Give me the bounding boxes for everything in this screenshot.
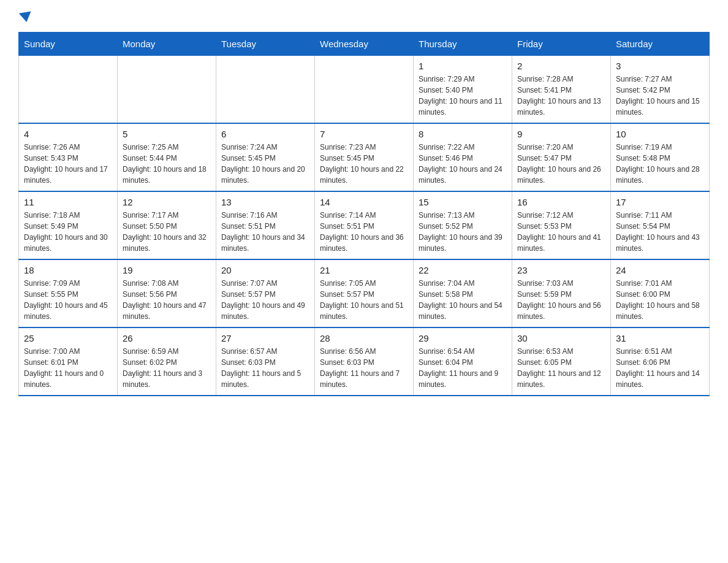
calendar-cell: 20Sunrise: 7:07 AM Sunset: 5:57 PM Dayli… — [216, 259, 315, 327]
calendar-cell — [118, 56, 216, 124]
day-number: 17 — [616, 197, 704, 207]
calendar-week-row: 11Sunrise: 7:18 AM Sunset: 5:49 PM Dayli… — [19, 191, 710, 259]
page-header — [18, 12, 710, 20]
day-info: Sunrise: 7:00 AM Sunset: 6:01 PM Dayligh… — [24, 346, 112, 390]
calendar-cell: 16Sunrise: 7:12 AM Sunset: 5:53 PM Dayli… — [512, 191, 611, 259]
calendar-cell: 8Sunrise: 7:22 AM Sunset: 5:46 PM Daylig… — [414, 123, 512, 191]
calendar-cell: 31Sunrise: 6:51 AM Sunset: 6:06 PM Dayli… — [611, 327, 710, 396]
day-info: Sunrise: 7:28 AM Sunset: 5:41 PM Dayligh… — [517, 74, 605, 118]
calendar-week-row: 1Sunrise: 7:29 AM Sunset: 5:40 PM Daylig… — [19, 56, 710, 124]
col-header-monday: Monday — [118, 33, 216, 56]
day-number: 7 — [320, 129, 408, 139]
calendar-cell: 29Sunrise: 6:54 AM Sunset: 6:04 PM Dayli… — [414, 327, 512, 396]
day-info: Sunrise: 6:54 AM Sunset: 6:04 PM Dayligh… — [419, 346, 507, 390]
calendar-cell: 30Sunrise: 6:53 AM Sunset: 6:05 PM Dayli… — [512, 327, 611, 396]
day-info: Sunrise: 7:24 AM Sunset: 5:45 PM Dayligh… — [221, 142, 309, 186]
day-info: Sunrise: 7:03 AM Sunset: 5:59 PM Dayligh… — [517, 278, 605, 322]
day-number: 13 — [221, 197, 309, 207]
col-header-tuesday: Tuesday — [216, 33, 315, 56]
calendar-cell: 3Sunrise: 7:27 AM Sunset: 5:42 PM Daylig… — [611, 56, 710, 124]
day-info: Sunrise: 6:57 AM Sunset: 6:03 PM Dayligh… — [221, 346, 309, 390]
day-number: 9 — [517, 129, 605, 139]
day-info: Sunrise: 7:16 AM Sunset: 5:51 PM Dayligh… — [221, 210, 309, 254]
logo-text — [18, 12, 33, 22]
calendar-cell: 26Sunrise: 6:59 AM Sunset: 6:02 PM Dayli… — [118, 327, 216, 396]
day-info: Sunrise: 6:59 AM Sunset: 6:02 PM Dayligh… — [123, 346, 211, 390]
calendar-cell: 15Sunrise: 7:13 AM Sunset: 5:52 PM Dayli… — [414, 191, 512, 259]
calendar-cell: 14Sunrise: 7:14 AM Sunset: 5:51 PM Dayli… — [315, 191, 414, 259]
day-number: 14 — [320, 197, 408, 207]
calendar-cell: 21Sunrise: 7:05 AM Sunset: 5:57 PM Dayli… — [315, 259, 414, 327]
calendar-cell — [315, 56, 414, 124]
logo — [18, 12, 33, 20]
day-number: 23 — [517, 265, 605, 275]
calendar-cell: 17Sunrise: 7:11 AM Sunset: 5:54 PM Dayli… — [611, 191, 710, 259]
day-number: 8 — [419, 129, 507, 139]
calendar-cell: 23Sunrise: 7:03 AM Sunset: 5:59 PM Dayli… — [512, 259, 611, 327]
day-info: Sunrise: 7:23 AM Sunset: 5:45 PM Dayligh… — [320, 142, 408, 186]
day-number: 20 — [221, 265, 309, 275]
day-number: 24 — [616, 265, 704, 275]
calendar-cell: 27Sunrise: 6:57 AM Sunset: 6:03 PM Dayli… — [216, 327, 315, 396]
day-number: 30 — [517, 333, 605, 343]
day-number: 12 — [123, 197, 211, 207]
calendar-cell: 25Sunrise: 7:00 AM Sunset: 6:01 PM Dayli… — [19, 327, 118, 396]
calendar-cell: 22Sunrise: 7:04 AM Sunset: 5:58 PM Dayli… — [414, 259, 512, 327]
col-header-sunday: Sunday — [19, 33, 118, 56]
calendar-header-row: SundayMondayTuesdayWednesdayThursdayFrid… — [19, 33, 710, 56]
day-number: 29 — [419, 333, 507, 343]
day-number: 18 — [24, 265, 112, 275]
day-info: Sunrise: 7:25 AM Sunset: 5:44 PM Dayligh… — [123, 142, 211, 186]
calendar-table: SundayMondayTuesdayWednesdayThursdayFrid… — [18, 32, 710, 396]
day-info: Sunrise: 7:20 AM Sunset: 5:47 PM Dayligh… — [517, 142, 605, 186]
day-info: Sunrise: 7:22 AM Sunset: 5:46 PM Dayligh… — [419, 142, 507, 186]
day-info: Sunrise: 7:07 AM Sunset: 5:57 PM Dayligh… — [221, 278, 309, 322]
day-number: 2 — [517, 61, 605, 71]
day-number: 15 — [419, 197, 507, 207]
col-header-wednesday: Wednesday — [315, 33, 414, 56]
day-number: 6 — [221, 129, 309, 139]
day-info: Sunrise: 7:01 AM Sunset: 6:00 PM Dayligh… — [616, 278, 704, 322]
day-number: 1 — [419, 61, 507, 71]
day-number: 25 — [24, 333, 112, 343]
day-number: 4 — [24, 129, 112, 139]
day-info: Sunrise: 7:11 AM Sunset: 5:54 PM Dayligh… — [616, 210, 704, 254]
day-info: Sunrise: 7:08 AM Sunset: 5:56 PM Dayligh… — [123, 278, 211, 322]
calendar-cell: 4Sunrise: 7:26 AM Sunset: 5:43 PM Daylig… — [19, 123, 118, 191]
day-info: Sunrise: 6:51 AM Sunset: 6:06 PM Dayligh… — [616, 346, 704, 390]
day-info: Sunrise: 6:56 AM Sunset: 6:03 PM Dayligh… — [320, 346, 408, 390]
calendar-cell: 2Sunrise: 7:28 AM Sunset: 5:41 PM Daylig… — [512, 56, 611, 124]
calendar-cell: 24Sunrise: 7:01 AM Sunset: 6:00 PM Dayli… — [611, 259, 710, 327]
day-info: Sunrise: 7:09 AM Sunset: 5:55 PM Dayligh… — [24, 278, 112, 322]
calendar-cell: 6Sunrise: 7:24 AM Sunset: 5:45 PM Daylig… — [216, 123, 315, 191]
day-number: 16 — [517, 197, 605, 207]
day-number: 10 — [616, 129, 704, 139]
day-number: 28 — [320, 333, 408, 343]
day-number: 11 — [24, 197, 112, 207]
day-info: Sunrise: 7:19 AM Sunset: 5:48 PM Dayligh… — [616, 142, 704, 186]
calendar-cell: 5Sunrise: 7:25 AM Sunset: 5:44 PM Daylig… — [118, 123, 216, 191]
day-info: Sunrise: 6:53 AM Sunset: 6:05 PM Dayligh… — [517, 346, 605, 390]
calendar-cell: 9Sunrise: 7:20 AM Sunset: 5:47 PM Daylig… — [512, 123, 611, 191]
day-info: Sunrise: 7:12 AM Sunset: 5:53 PM Dayligh… — [517, 210, 605, 254]
calendar-cell: 7Sunrise: 7:23 AM Sunset: 5:45 PM Daylig… — [315, 123, 414, 191]
calendar-cell — [216, 56, 315, 124]
calendar-cell: 28Sunrise: 6:56 AM Sunset: 6:03 PM Dayli… — [315, 327, 414, 396]
day-number: 5 — [123, 129, 211, 139]
day-number: 31 — [616, 333, 704, 343]
calendar-cell: 1Sunrise: 7:29 AM Sunset: 5:40 PM Daylig… — [414, 56, 512, 124]
day-number: 22 — [419, 265, 507, 275]
day-info: Sunrise: 7:27 AM Sunset: 5:42 PM Dayligh… — [616, 74, 704, 118]
col-header-saturday: Saturday — [611, 33, 710, 56]
day-info: Sunrise: 7:05 AM Sunset: 5:57 PM Dayligh… — [320, 278, 408, 322]
logo-triangle-icon — [19, 11, 32, 23]
day-info: Sunrise: 7:17 AM Sunset: 5:50 PM Dayligh… — [123, 210, 211, 254]
day-number: 3 — [616, 61, 704, 71]
day-info: Sunrise: 7:04 AM Sunset: 5:58 PM Dayligh… — [419, 278, 507, 322]
day-info: Sunrise: 7:18 AM Sunset: 5:49 PM Dayligh… — [24, 210, 112, 254]
calendar-cell: 18Sunrise: 7:09 AM Sunset: 5:55 PM Dayli… — [19, 259, 118, 327]
calendar-cell: 11Sunrise: 7:18 AM Sunset: 5:49 PM Dayli… — [19, 191, 118, 259]
col-header-friday: Friday — [512, 33, 611, 56]
day-info: Sunrise: 7:26 AM Sunset: 5:43 PM Dayligh… — [24, 142, 112, 186]
calendar-cell: 12Sunrise: 7:17 AM Sunset: 5:50 PM Dayli… — [118, 191, 216, 259]
